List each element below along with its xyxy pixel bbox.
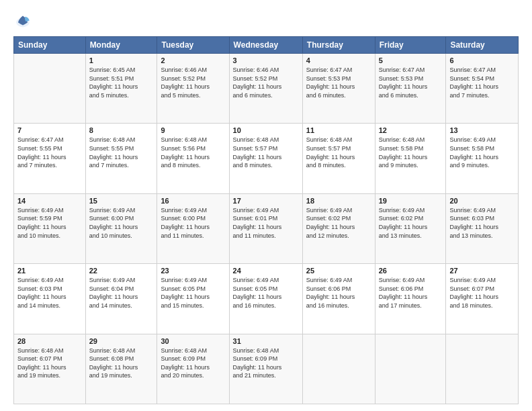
calendar-cell: 15Sunrise: 6:49 AM Sunset: 6:00 PM Dayli… bbox=[85, 193, 157, 263]
calendar-cell: 5Sunrise: 6:47 AM Sunset: 5:53 PM Daylig… bbox=[375, 54, 446, 124]
weekday-header-friday: Friday bbox=[375, 37, 446, 54]
day-number: 22 bbox=[89, 267, 154, 275]
day-number: 2 bbox=[161, 56, 225, 64]
day-info: Sunrise: 6:49 AM Sunset: 6:05 PM Dayligh… bbox=[233, 276, 299, 310]
day-number: 23 bbox=[161, 267, 225, 275]
calendar-cell: 29Sunrise: 6:48 AM Sunset: 6:08 PM Dayli… bbox=[85, 334, 157, 404]
calendar-cell: 19Sunrise: 6:49 AM Sunset: 6:02 PM Dayli… bbox=[375, 193, 446, 263]
day-info: Sunrise: 6:45 AM Sunset: 5:51 PM Dayligh… bbox=[89, 66, 154, 99]
week-row-1: 1Sunrise: 6:45 AM Sunset: 5:51 PM Daylig… bbox=[14, 54, 519, 124]
calendar-cell: 16Sunrise: 6:49 AM Sunset: 6:00 PM Dayli… bbox=[157, 193, 229, 263]
day-number: 19 bbox=[379, 197, 443, 205]
day-number: 14 bbox=[17, 197, 82, 205]
day-number: 12 bbox=[379, 126, 443, 134]
day-info: Sunrise: 6:49 AM Sunset: 6:03 PM Dayligh… bbox=[17, 276, 82, 310]
day-number: 11 bbox=[306, 126, 371, 134]
calendar-cell: 18Sunrise: 6:49 AM Sunset: 6:02 PM Dayli… bbox=[302, 193, 375, 263]
day-info: Sunrise: 6:49 AM Sunset: 6:06 PM Dayligh… bbox=[306, 276, 371, 310]
day-number: 5 bbox=[379, 56, 443, 64]
week-row-5: 28Sunrise: 6:48 AM Sunset: 6:07 PM Dayli… bbox=[14, 334, 519, 404]
calendar-cell: 11Sunrise: 6:48 AM Sunset: 5:57 PM Dayli… bbox=[302, 124, 375, 193]
day-number: 4 bbox=[306, 56, 371, 64]
weekday-header-wednesday: Wednesday bbox=[229, 37, 302, 54]
day-info: Sunrise: 6:46 AM Sunset: 5:52 PM Dayligh… bbox=[161, 66, 225, 99]
calendar-cell: 28Sunrise: 6:48 AM Sunset: 6:07 PM Dayli… bbox=[14, 334, 86, 404]
day-number: 26 bbox=[379, 267, 443, 275]
day-number: 31 bbox=[233, 337, 299, 345]
logo-icon bbox=[13, 12, 32, 31]
day-number: 28 bbox=[17, 337, 82, 345]
calendar-cell: 4Sunrise: 6:47 AM Sunset: 5:53 PM Daylig… bbox=[302, 54, 375, 124]
day-info: Sunrise: 6:48 AM Sunset: 5:57 PM Dayligh… bbox=[306, 136, 371, 169]
day-info: Sunrise: 6:49 AM Sunset: 6:05 PM Dayligh… bbox=[161, 276, 225, 310]
calendar-cell: 12Sunrise: 6:48 AM Sunset: 5:58 PM Dayli… bbox=[375, 124, 446, 193]
calendar-cell: 31Sunrise: 6:48 AM Sunset: 6:09 PM Dayli… bbox=[229, 334, 302, 404]
day-number: 9 bbox=[161, 126, 225, 134]
day-number: 24 bbox=[233, 267, 299, 275]
calendar-cell: 25Sunrise: 6:49 AM Sunset: 6:06 PM Dayli… bbox=[302, 264, 375, 334]
calendar-cell: 23Sunrise: 6:49 AM Sunset: 6:05 PM Dayli… bbox=[157, 264, 229, 334]
calendar-cell bbox=[14, 54, 86, 124]
weekday-header-row: SundayMondayTuesdayWednesdayThursdayFrid… bbox=[14, 37, 519, 54]
calendar-cell: 22Sunrise: 6:49 AM Sunset: 6:04 PM Dayli… bbox=[85, 264, 157, 334]
day-number: 30 bbox=[161, 337, 225, 345]
calendar-cell: 17Sunrise: 6:49 AM Sunset: 6:01 PM Dayli… bbox=[229, 193, 302, 263]
day-info: Sunrise: 6:47 AM Sunset: 5:54 PM Dayligh… bbox=[449, 66, 515, 99]
day-number: 13 bbox=[449, 126, 515, 134]
calendar-cell: 1Sunrise: 6:45 AM Sunset: 5:51 PM Daylig… bbox=[85, 54, 157, 124]
day-info: Sunrise: 6:49 AM Sunset: 6:01 PM Dayligh… bbox=[233, 206, 299, 240]
day-number: 21 bbox=[17, 267, 82, 275]
day-info: Sunrise: 6:47 AM Sunset: 5:53 PM Dayligh… bbox=[306, 66, 371, 99]
day-number: 7 bbox=[17, 126, 82, 134]
day-number: 8 bbox=[89, 126, 154, 134]
day-info: Sunrise: 6:48 AM Sunset: 5:58 PM Dayligh… bbox=[379, 136, 443, 169]
calendar-cell: 7Sunrise: 6:47 AM Sunset: 5:55 PM Daylig… bbox=[14, 124, 86, 193]
weekday-header-sunday: Sunday bbox=[14, 37, 86, 54]
day-info: Sunrise: 6:46 AM Sunset: 5:52 PM Dayligh… bbox=[233, 66, 299, 99]
day-info: Sunrise: 6:49 AM Sunset: 6:00 PM Dayligh… bbox=[161, 206, 225, 240]
day-number: 27 bbox=[449, 267, 515, 275]
calendar-cell: 14Sunrise: 6:49 AM Sunset: 5:59 PM Dayli… bbox=[14, 193, 86, 263]
calendar-cell bbox=[302, 334, 375, 404]
week-row-3: 14Sunrise: 6:49 AM Sunset: 5:59 PM Dayli… bbox=[14, 193, 519, 263]
weekday-header-tuesday: Tuesday bbox=[157, 37, 229, 54]
page: SundayMondayTuesdayWednesdayThursdayFrid… bbox=[0, 0, 532, 411]
day-info: Sunrise: 6:48 AM Sunset: 6:09 PM Dayligh… bbox=[161, 347, 225, 380]
day-info: Sunrise: 6:49 AM Sunset: 6:04 PM Dayligh… bbox=[89, 276, 154, 310]
day-number: 18 bbox=[306, 197, 371, 205]
weekday-header-monday: Monday bbox=[85, 37, 157, 54]
day-info: Sunrise: 6:49 AM Sunset: 6:03 PM Dayligh… bbox=[449, 206, 515, 240]
calendar-cell: 24Sunrise: 6:49 AM Sunset: 6:05 PM Dayli… bbox=[229, 264, 302, 334]
day-number: 3 bbox=[233, 56, 299, 64]
day-number: 1 bbox=[89, 56, 154, 64]
calendar-table: SundayMondayTuesdayWednesdayThursdayFrid… bbox=[13, 36, 519, 404]
weekday-header-saturday: Saturday bbox=[446, 37, 519, 54]
day-number: 6 bbox=[449, 56, 515, 64]
calendar-cell: 8Sunrise: 6:48 AM Sunset: 5:55 PM Daylig… bbox=[85, 124, 157, 193]
day-info: Sunrise: 6:47 AM Sunset: 5:53 PM Dayligh… bbox=[379, 66, 443, 99]
day-info: Sunrise: 6:47 AM Sunset: 5:55 PM Dayligh… bbox=[17, 136, 82, 169]
day-number: 15 bbox=[89, 197, 154, 205]
day-info: Sunrise: 6:49 AM Sunset: 6:07 PM Dayligh… bbox=[449, 276, 515, 310]
day-info: Sunrise: 6:48 AM Sunset: 5:57 PM Dayligh… bbox=[233, 136, 299, 169]
day-info: Sunrise: 6:49 AM Sunset: 5:58 PM Dayligh… bbox=[449, 136, 515, 169]
calendar-cell: 21Sunrise: 6:49 AM Sunset: 6:03 PM Dayli… bbox=[14, 264, 86, 334]
header bbox=[13, 12, 519, 31]
week-row-2: 7Sunrise: 6:47 AM Sunset: 5:55 PM Daylig… bbox=[14, 124, 519, 193]
calendar-cell: 30Sunrise: 6:48 AM Sunset: 6:09 PM Dayli… bbox=[157, 334, 229, 404]
week-row-4: 21Sunrise: 6:49 AM Sunset: 6:03 PM Dayli… bbox=[14, 264, 519, 334]
day-info: Sunrise: 6:49 AM Sunset: 6:02 PM Dayligh… bbox=[379, 206, 443, 240]
calendar-cell: 13Sunrise: 6:49 AM Sunset: 5:58 PM Dayli… bbox=[446, 124, 519, 193]
day-info: Sunrise: 6:49 AM Sunset: 5:59 PM Dayligh… bbox=[17, 206, 82, 240]
day-number: 29 bbox=[89, 337, 154, 345]
calendar-cell: 6Sunrise: 6:47 AM Sunset: 5:54 PM Daylig… bbox=[446, 54, 519, 124]
day-info: Sunrise: 6:48 AM Sunset: 5:56 PM Dayligh… bbox=[161, 136, 225, 169]
calendar-cell: 2Sunrise: 6:46 AM Sunset: 5:52 PM Daylig… bbox=[157, 54, 229, 124]
calendar-cell: 3Sunrise: 6:46 AM Sunset: 5:52 PM Daylig… bbox=[229, 54, 302, 124]
calendar-cell: 26Sunrise: 6:49 AM Sunset: 6:06 PM Dayli… bbox=[375, 264, 446, 334]
day-info: Sunrise: 6:48 AM Sunset: 6:08 PM Dayligh… bbox=[89, 347, 154, 380]
logo bbox=[13, 12, 35, 31]
calendar-cell: 20Sunrise: 6:49 AM Sunset: 6:03 PM Dayli… bbox=[446, 193, 519, 263]
calendar-cell: 10Sunrise: 6:48 AM Sunset: 5:57 PM Dayli… bbox=[229, 124, 302, 193]
calendar-cell: 9Sunrise: 6:48 AM Sunset: 5:56 PM Daylig… bbox=[157, 124, 229, 193]
